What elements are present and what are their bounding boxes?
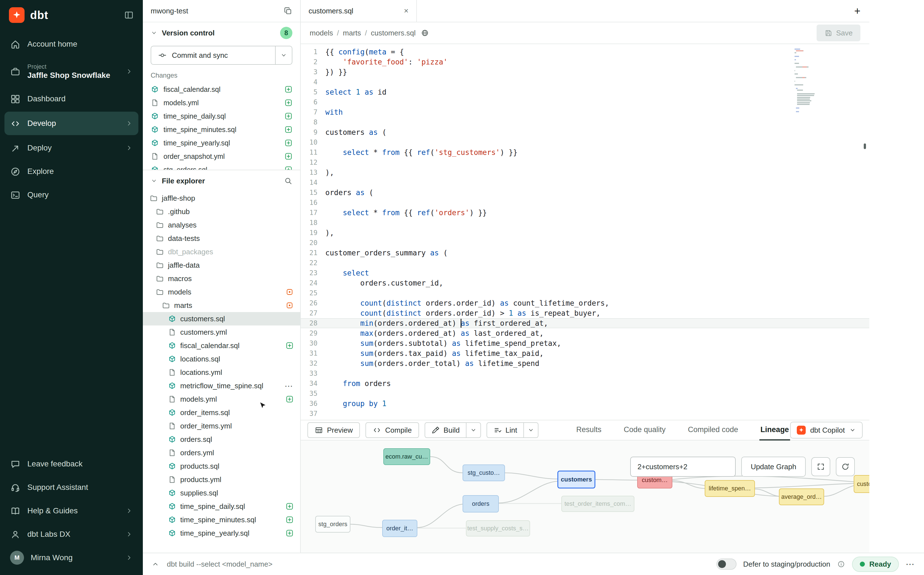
sidebar-item-mirna-wong[interactable]: MMirna Wong	[0, 546, 143, 569]
file-tree-item-order-items-yml[interactable]: order_items.yml	[143, 419, 300, 433]
toolbar-lint-button[interactable]: Lint	[487, 423, 523, 437]
lineage-node-customers[interactable]: customers	[558, 470, 595, 488]
update-graph-button[interactable]: Update Graph	[741, 457, 806, 477]
stage-file-icon[interactable]	[286, 516, 293, 524]
code-editor[interactable]: 1{{ config(meta = {2 'favorite_food': 'p…	[301, 44, 869, 420]
changed-file-row[interactable]: order_snapshot.yml	[143, 149, 300, 163]
file-options-icon[interactable]: ⋯	[285, 381, 293, 391]
lineage-node-stg_custo[interactable]: stg_custo…	[463, 464, 505, 481]
file-tree-item-macros[interactable]: macros	[143, 272, 300, 285]
sidebar-item-leave-feedback[interactable]: Leave feedback	[0, 452, 143, 476]
file-tree-item-locations-sql[interactable]: locations.sql	[143, 352, 300, 366]
changed-file-row[interactable]: time_spine_minutes.sql	[143, 123, 300, 136]
sidebar-item-deploy[interactable]: Deploy	[0, 136, 143, 160]
lineage-node-stg_orders[interactable]: stg_orders	[315, 516, 350, 532]
sidebar-item-jaffle-shop-snowflake[interactable]: ProjectJaffle Shop Snowflake	[0, 56, 143, 87]
lineage-node-cust_orde[interactable]: customer_orde…	[854, 475, 869, 493]
lineage-selector-input[interactable]	[630, 457, 736, 477]
file-tree-item--github[interactable]: .github	[143, 205, 300, 218]
new-tab-button[interactable]: +	[854, 6, 861, 16]
file-tree-item-marts[interactable]: marts	[143, 299, 300, 312]
stage-file-icon[interactable]	[286, 529, 293, 537]
stage-file-icon[interactable]	[285, 125, 292, 133]
tab-customers-sql[interactable]: customers.sql ×	[301, 0, 417, 22]
file-tree-item-analyses[interactable]: analyses	[143, 218, 300, 232]
stage-file-icon[interactable]	[286, 395, 293, 403]
save-button[interactable]: Save	[816, 25, 861, 41]
file-tree-item-time-spine-minutes-sql[interactable]: time_spine_minutes.sql	[143, 513, 300, 526]
tab-lineage[interactable]: Lineage	[759, 420, 790, 440]
file-tree-item-time-spine-yearly-sql[interactable]: time_spine_yearly.sql	[143, 526, 300, 540]
tab-compiled-code[interactable]: Compiled code	[687, 420, 739, 440]
stage-file-icon[interactable]	[285, 139, 292, 147]
file-tree-item-orders-yml[interactable]: orders.yml	[143, 446, 300, 459]
info-icon[interactable]	[837, 560, 845, 568]
sidebar-item-explore[interactable]: Explore	[0, 160, 143, 183]
stage-file-icon[interactable]	[285, 152, 292, 160]
changed-file-row[interactable]: time_spine_yearly.sql	[143, 136, 300, 149]
sidebar-item-account-home[interactable]: Account home	[0, 32, 143, 56]
file-tree-item-metricflow-time-spine-sql[interactable]: metricflow_time_spine.sql⋯	[143, 379, 300, 392]
copy-branch-icon[interactable]	[284, 6, 292, 15]
defer-toggle[interactable]	[716, 559, 737, 570]
lineage-node-test_supply[interactable]: test_supply_costs_s…	[466, 520, 530, 537]
file-tree-item-products-yml[interactable]: products.yml	[143, 473, 300, 486]
file-tree-item-orders-sql[interactable]: orders.sql	[143, 433, 300, 446]
sidebar-item-develop[interactable]: Develop	[5, 112, 138, 135]
toolbar-preview-button[interactable]: Preview	[307, 423, 360, 438]
file-tree-item-products-sql[interactable]: products.sql	[143, 459, 300, 473]
toolbar-build-button-options-chevron[interactable]	[466, 423, 480, 437]
lineage-node-order_it[interactable]: order_it…	[382, 520, 417, 537]
overflow-menu-icon[interactable]: ⋯	[906, 559, 915, 569]
file-explorer-header[interactable]: File explorer	[143, 170, 300, 192]
toolbar-compile-button[interactable]: Compile	[366, 423, 419, 438]
file-tree-item-customers-sql[interactable]: customers.sql	[143, 312, 300, 326]
file-tree-item-data-tests[interactable]: data-tests	[143, 232, 300, 245]
close-tab-icon[interactable]: ×	[404, 6, 409, 15]
file-tree-item-locations-yml[interactable]: locations.yml	[143, 366, 300, 379]
changed-file-row[interactable]: models.yml	[143, 96, 300, 110]
lineage-node-orders[interactable]: orders	[463, 495, 499, 513]
file-tree-item-models-yml[interactable]: models.yml	[143, 392, 300, 406]
lineage-node-ecom[interactable]: ecom.raw_cu…	[384, 448, 430, 465]
toolbar-build-button[interactable]: Build	[425, 423, 466, 437]
lineage-node-average[interactable]: average_ord…	[779, 488, 824, 505]
lineage-node-test_order[interactable]: test_order_items_com…	[561, 496, 634, 512]
toolbar-lint-button-options-chevron[interactable]	[523, 423, 538, 437]
stage-file-icon[interactable]	[286, 502, 293, 510]
file-tree-item-customers-yml[interactable]: customers.yml	[143, 326, 300, 339]
changed-file-row[interactable]: stg_orders.sql	[143, 163, 300, 170]
search-icon[interactable]	[284, 177, 292, 185]
breadcrumb-item[interactable]: customers.sql	[371, 29, 415, 37]
dbt-command-text[interactable]: dbt build --select <model_name>	[167, 560, 273, 569]
file-tree-item-models[interactable]: models	[143, 285, 300, 299]
stage-file-icon[interactable]	[286, 342, 293, 349]
sidebar-item-help-guides[interactable]: Help & Guides	[0, 499, 143, 523]
tab-code-quality[interactable]: Code quality	[623, 420, 667, 440]
file-tree-item-dbt-packages[interactable]: dbt_packages	[143, 245, 300, 259]
tab-results[interactable]: Results	[575, 420, 602, 440]
ready-status-badge[interactable]: Ready	[852, 557, 899, 572]
version-control-header[interactable]: Version control 8	[143, 22, 300, 44]
stage-file-icon[interactable]	[285, 99, 292, 106]
stage-file-icon[interactable]	[285, 166, 292, 170]
changed-file-row[interactable]: time_spine_daily.sql	[143, 110, 300, 123]
collapse-sidebar-icon[interactable]	[124, 10, 134, 20]
sidebar-item-support-assistant[interactable]: Support Assistant	[0, 476, 143, 499]
commit-options-chevron[interactable]	[275, 46, 292, 64]
sidebar-item-dbt-labs-dx[interactable]: dbt Labs DX	[0, 523, 143, 546]
commit-and-sync-button[interactable]: Commit and sync	[151, 46, 275, 64]
file-tree-item-jaffle-shop[interactable]: jaffle-shop	[143, 192, 300, 205]
file-tree-item-time-spine-daily-sql[interactable]: time_spine_daily.sql	[143, 500, 300, 513]
breadcrumb-item[interactable]: models	[310, 29, 333, 37]
expand-command-bar-icon[interactable]	[152, 561, 159, 568]
lineage-node-lifetime[interactable]: lifetime_spen…	[705, 480, 755, 497]
sidebar-item-query[interactable]: Query	[0, 183, 143, 206]
dbt-copilot-button[interactable]: dbt Copilot	[790, 422, 863, 438]
file-tree-item-fiscal-calendar-sql[interactable]: fiscal_calendar.sql	[143, 339, 300, 352]
file-tree-item-order-items-sql[interactable]: order_items.sql	[143, 406, 300, 419]
file-tree-item-jaffle-data[interactable]: jaffle-data	[143, 259, 300, 272]
stage-file-icon[interactable]	[285, 86, 292, 93]
refresh-icon[interactable]	[836, 457, 855, 476]
file-tree-item-supplies-sql[interactable]: supplies.sql	[143, 486, 300, 500]
